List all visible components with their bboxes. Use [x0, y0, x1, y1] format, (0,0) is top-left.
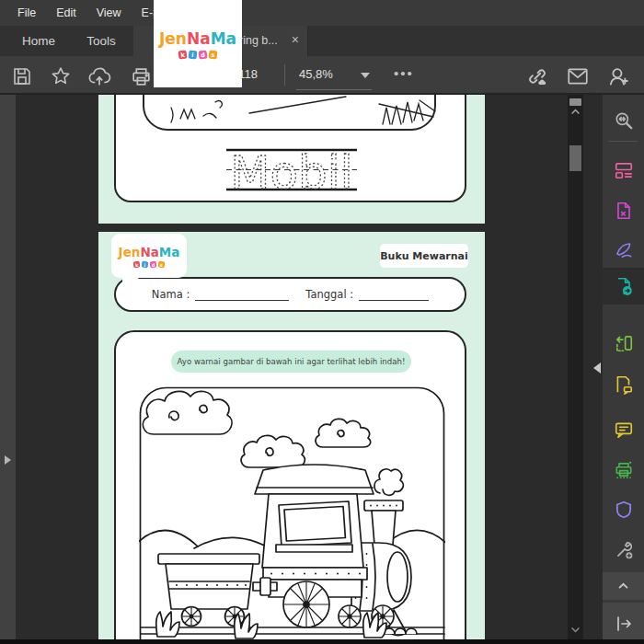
- kid-tile: k: [178, 50, 187, 59]
- date-underline: [359, 289, 429, 301]
- worksheet-card: Mobil: [114, 95, 466, 202]
- tool-zoom-marquee[interactable]: [603, 102, 644, 139]
- brand-letter: a: [151, 245, 159, 259]
- brand-letter: N: [187, 29, 200, 48]
- kid-tile: d: [150, 260, 157, 268]
- brand-kids-tiles: k i d s: [178, 51, 217, 59]
- brand-letter: n: [176, 29, 187, 48]
- save-button[interactable]: [9, 63, 35, 89]
- tool-fill-and-sign[interactable]: [603, 231, 644, 268]
- email-button[interactable]: [565, 63, 591, 89]
- pdf-page-previous[interactable]: Mobil: [98, 95, 485, 224]
- menu-item-edit[interactable]: Edit: [46, 0, 86, 26]
- kid-tile: s: [158, 260, 166, 268]
- pdf-page-current[interactable]: JenNaMa k i d s Buku Mewarnai Nama : Tan…: [98, 232, 485, 639]
- tool-scan-ocr[interactable]: [603, 452, 644, 489]
- tab-home[interactable]: Home: [9, 26, 68, 56]
- date-label: Tanggal :: [305, 288, 353, 301]
- train-coloring-art: [139, 386, 445, 639]
- tool-request-signatures[interactable]: [603, 366, 644, 403]
- close-tab-icon[interactable]: ×: [292, 26, 299, 54]
- brand-letter: a: [171, 245, 179, 259]
- book-title-badge: Buku Mewarnai: [380, 244, 468, 268]
- zoom-input-underline: [296, 89, 372, 90]
- brand-letter: n: [132, 245, 141, 259]
- menu-item-file[interactable]: File: [7, 0, 46, 26]
- sidebar-divider: [608, 141, 638, 142]
- favorite-button[interactable]: [48, 63, 74, 89]
- kid-tile: d: [198, 50, 207, 59]
- right-gutter: [583, 95, 603, 639]
- kid-tile: i: [188, 50, 197, 59]
- tool-export-pdf[interactable]: [603, 268, 644, 305]
- chevron-up-icon: [617, 582, 629, 590]
- name-date-field: Nama : Tanggal :: [114, 277, 466, 312]
- tool-more-tools[interactable]: [603, 532, 644, 569]
- open-tools-pane-button[interactable]: [603, 603, 644, 644]
- brand-wordmark: JenNaMa: [119, 245, 180, 259]
- brand-letter: N: [140, 245, 150, 259]
- tools-sidebar: [603, 95, 644, 644]
- menu-item-view[interactable]: View: [86, 0, 132, 26]
- collapse-tools-button[interactable]: [603, 572, 644, 600]
- print-button[interactable]: [128, 63, 154, 89]
- acrobat-window: File Edit View E-Sign W Home Tools ring …: [0, 0, 644, 644]
- combine-files-icon: [614, 160, 634, 180]
- export-pdf-icon: [614, 276, 634, 296]
- envelope-icon: [566, 64, 590, 88]
- tool-convert-pdf[interactable]: [603, 192, 644, 229]
- brand-letter: M: [211, 29, 226, 48]
- kid-tile: k: [133, 260, 141, 268]
- kid-tile: i: [142, 260, 149, 268]
- wrench-plus-icon: [614, 540, 634, 560]
- kid-tile: s: [208, 50, 217, 59]
- tool-protect[interactable]: [603, 491, 644, 528]
- brand-letter: e: [165, 29, 176, 48]
- convert-pdf-icon: [614, 201, 634, 221]
- comment-bubble-icon: [614, 420, 634, 440]
- tool-edit-pdf[interactable]: [603, 325, 644, 362]
- tool-comment[interactable]: [603, 411, 644, 448]
- cloud-upload-icon: [87, 64, 111, 88]
- request-signatures-icon: [614, 374, 634, 395]
- collapse-right-panel-arrow-icon[interactable]: [593, 362, 601, 374]
- profile-button[interactable]: [605, 63, 631, 89]
- more-tools-button[interactable]: •••: [394, 56, 414, 93]
- tab-bar: Home Tools ring b... × ? Sign In: [0, 26, 644, 56]
- scan-ocr-icon: [614, 460, 634, 480]
- brand-letter: M: [159, 245, 171, 259]
- cloud-upload-button[interactable]: [86, 63, 112, 89]
- star-icon: [50, 65, 72, 87]
- expand-pane-icon: [615, 615, 633, 633]
- shield-icon: [614, 500, 634, 520]
- brand-letter: a: [200, 29, 210, 48]
- instruction-banner: Ayo warnai gambar di bawah ini agar terl…: [171, 351, 411, 373]
- tab-tools[interactable]: Tools: [72, 26, 131, 56]
- scrollbar-cap: [569, 98, 581, 106]
- document-tab-title: ring b...: [239, 26, 278, 56]
- name-underline: [195, 289, 289, 301]
- brand-letter: a: [226, 29, 236, 48]
- scroll-down-arrow-icon[interactable]: [570, 627, 581, 633]
- window-bottom-edge: [0, 639, 644, 644]
- share-link-button[interactable]: [524, 63, 550, 89]
- printer-icon: [130, 65, 153, 88]
- add-user-icon: [606, 64, 630, 88]
- brand-logo-overlay: JenNaMa k i d s: [154, 0, 242, 87]
- brand-wordmark: JenNaMa: [159, 29, 236, 48]
- zoom-level-input[interactable]: 45,8%: [299, 56, 333, 93]
- tracing-worksheet-art: Mobil: [116, 95, 466, 202]
- tool-combine-files[interactable]: [603, 152, 644, 189]
- left-panel-strip: [0, 95, 16, 639]
- share-link-icon: [525, 64, 549, 88]
- trace-word: Mobil: [230, 146, 352, 200]
- brand-kids-tiles: k i d s: [133, 261, 165, 268]
- scrollbar-thumb[interactable]: [569, 145, 581, 171]
- vertical-scrollbar[interactable]: [568, 95, 583, 639]
- document-canvas[interactable]: Mobil JenNaMa k i d s Buku Mewarnai: [16, 95, 568, 639]
- zoom-dropdown-caret-icon[interactable]: [361, 73, 370, 78]
- scroll-up-arrow-icon[interactable]: [570, 109, 581, 115]
- expand-left-panel-arrow-icon[interactable]: [5, 455, 11, 465]
- main-toolbar: / 118 45,8% •••: [0, 56, 644, 95]
- zoom-marquee-icon: [614, 110, 634, 131]
